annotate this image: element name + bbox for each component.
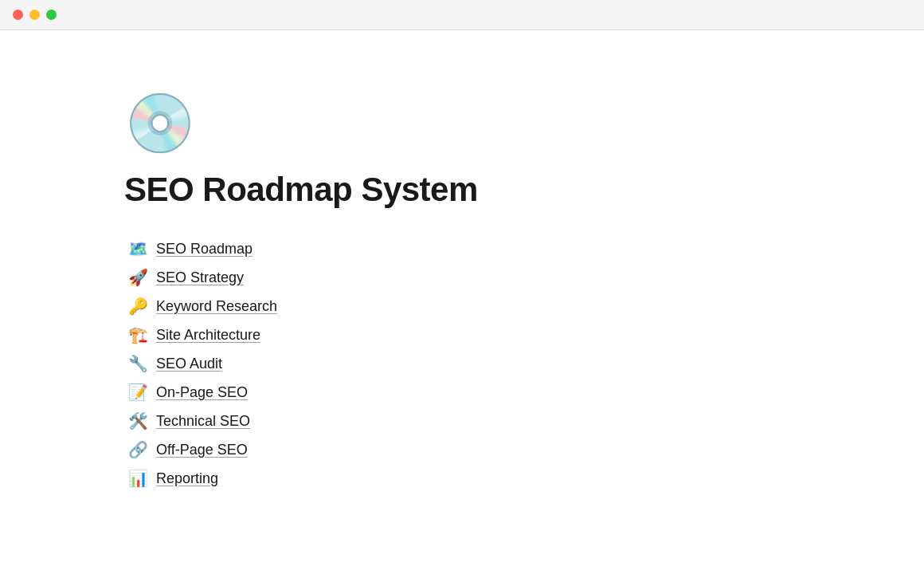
nav-item-icon: 🛠️	[127, 411, 148, 431]
maximize-button[interactable]	[46, 10, 57, 20]
page-icon: 💿	[124, 94, 800, 151]
nav-item-label: Site Architecture	[156, 327, 260, 344]
nav-item-label: Technical SEO	[156, 413, 250, 430]
nav-item-label: Off-Page SEO	[156, 442, 248, 458]
main-content: 💿 SEO Roadmap System 🗺️SEO Roadmap🚀SEO S…	[0, 30, 924, 578]
nav-item-label: SEO Audit	[156, 356, 222, 372]
nav-item-label: SEO Strategy	[156, 269, 244, 286]
nav-item[interactable]: 📊Reporting	[124, 464, 800, 493]
nav-item[interactable]: 🚀SEO Strategy	[124, 263, 800, 292]
nav-item-label: SEO Roadmap	[156, 241, 253, 258]
nav-item-icon: 🔗	[127, 440, 148, 459]
nav-item-icon: 🔑	[127, 297, 148, 316]
nav-item-icon: 🚀	[127, 268, 148, 287]
nav-item-icon: 📝	[127, 383, 148, 402]
nav-item[interactable]: 🔑Keyword Research	[124, 292, 800, 320]
close-button[interactable]	[13, 10, 23, 20]
nav-item-icon: 🗺️	[127, 239, 148, 258]
nav-item-label: Reporting	[156, 470, 218, 487]
nav-item-icon: 🔧	[127, 354, 148, 373]
nav-list: 🗺️SEO Roadmap🚀SEO Strategy🔑Keyword Resea…	[124, 234, 800, 493]
titlebar	[0, 0, 924, 30]
nav-item[interactable]: 🗺️SEO Roadmap	[124, 234, 800, 263]
nav-item[interactable]: 🔧SEO Audit	[124, 349, 800, 378]
nav-item-label: On-Page SEO	[156, 384, 248, 401]
nav-item-icon: 🏗️	[127, 325, 148, 344]
nav-item-icon: 📊	[127, 469, 148, 488]
nav-item[interactable]: 📝On-Page SEO	[124, 378, 800, 407]
nav-item[interactable]: 🏗️Site Architecture	[124, 320, 800, 349]
nav-item[interactable]: 🛠️Technical SEO	[124, 407, 800, 435]
page-title: SEO Roadmap System	[124, 171, 800, 209]
nav-item-label: Keyword Research	[156, 298, 277, 315]
minimize-button[interactable]	[29, 10, 40, 20]
nav-item[interactable]: 🔗Off-Page SEO	[124, 435, 800, 464]
